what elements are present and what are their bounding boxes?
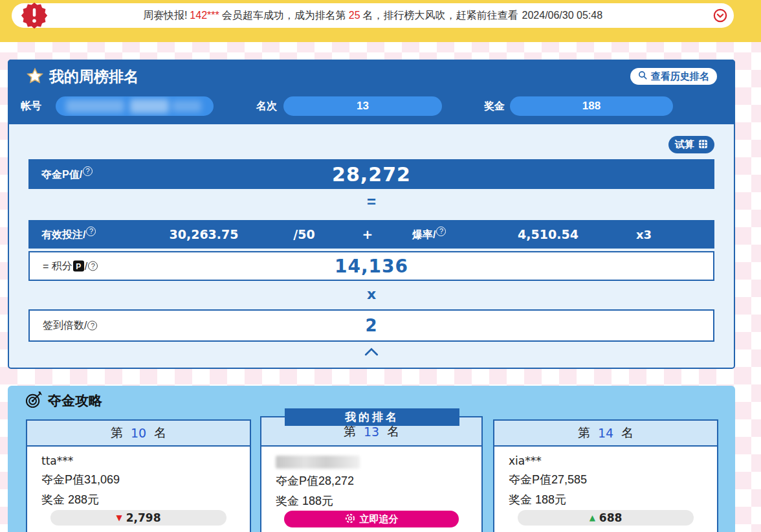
burst-label-text: 爆率/	[412, 229, 436, 240]
p-value-line-value: 31,069	[84, 473, 120, 486]
prize-line: 奖金 288元	[41, 492, 250, 507]
account-blur	[172, 100, 201, 112]
prize-line-value: 288元	[68, 493, 99, 506]
notice-suffix: 名，排行榜大风吹，赶紧前往查看	[363, 9, 518, 23]
notice-middle: 会员超车成功，成为排名第	[222, 9, 346, 23]
rank-prefix: 第	[111, 425, 123, 441]
p-value-line: 夺金P值31,069	[41, 472, 250, 487]
ranking-panel-header: 我的周榜排名 查看历史排名 帐号 名次 13 奖金 188	[8, 60, 735, 124]
trial-calc-button[interactable]: 试算	[668, 136, 714, 153]
rank-suffix: 名	[154, 425, 166, 441]
prize-line-label: 奖金	[276, 494, 299, 507]
chevron-up-icon	[364, 347, 379, 358]
card-body: tta*** 夺金P值31,069 奖金 288元	[27, 447, 250, 507]
strategy-card-rank-14: 第 14 名 xia*** 夺金P值27,585 奖金 188元 ▲ 688	[493, 419, 718, 532]
p-value-line: 夺金P值28,272	[276, 473, 481, 489]
bet-label: 有效投注/?	[41, 227, 96, 242]
points-gap-value: 688	[599, 511, 623, 524]
rank-label: 名次	[256, 100, 277, 113]
target-dart-icon	[25, 390, 43, 412]
member-name-blurred	[276, 456, 360, 469]
help-icon[interactable]: ?	[86, 227, 96, 236]
weekly-ranking-panel: 我的周榜排名 查看历史排名 帐号 名次 13 奖金 188 试算	[8, 60, 735, 369]
calculator-icon	[698, 139, 708, 151]
prize-line: 奖金 188元	[509, 492, 717, 507]
search-icon	[638, 71, 648, 82]
points-gap-pill: ▲ 688	[518, 510, 694, 526]
page-title: 我的周榜排名	[49, 67, 138, 87]
prize-line-value: 188元	[535, 493, 566, 506]
down-triangle-icon: ▼	[116, 513, 122, 522]
up-triangle-icon: ▲	[590, 513, 595, 522]
rank-value-pill: 13	[283, 96, 442, 116]
member-name: xia***	[509, 454, 717, 467]
strategy-card-my-rank-13: 第 13 名 夺金P值28,272 奖金 188元 立即追分	[260, 416, 483, 532]
p-value-line-label: 夺金P值	[509, 473, 551, 486]
p-value-line: 夺金P值27,585	[509, 472, 717, 487]
prize-line-label: 奖金	[41, 493, 65, 506]
view-history-ranking-button[interactable]: 查看历史排名	[630, 68, 717, 85]
p-value-bar: 夺金P值/? 28,272	[28, 159, 714, 189]
card-body: 夺金P值28,272 奖金 188元	[261, 447, 481, 509]
prize-value-pill: 188	[510, 96, 673, 116]
card-rank-header: 第 10 名	[27, 421, 250, 447]
p-value: 28,272	[28, 163, 714, 186]
rank-number: 13	[364, 425, 379, 439]
calc-button-label: 试算	[675, 139, 694, 151]
prize-line-label: 奖金	[509, 493, 532, 506]
prize-label: 奖金	[484, 100, 505, 113]
member-name: tta***	[41, 454, 250, 467]
bet-divisor: /50	[293, 227, 314, 241]
burst-label: 爆率/?	[412, 227, 446, 242]
notice-banner-bar: 周赛快报! 142*** 会员超车成功，成为排名第 25 名，排行榜大风吹，赶紧…	[0, 0, 761, 42]
notice-prefix: 周赛快报!	[143, 9, 187, 23]
help-icon[interactable]: ?	[436, 227, 446, 236]
notice-collapse-icon[interactable]	[713, 8, 727, 23]
notice-member-id: 142***	[190, 10, 219, 21]
notice-rank: 25	[349, 10, 360, 21]
collapse-panel-control[interactable]	[9, 347, 734, 359]
signin-multiplier-row: 签到倍数/? 2	[28, 309, 714, 342]
bet-value: 30,263.75	[170, 227, 239, 241]
my-rank-banner: 我的排名	[285, 408, 459, 426]
p-value-line-label: 夺金P值	[276, 474, 318, 487]
prize-line-value: 188元	[302, 494, 333, 507]
account-label: 帐号	[21, 100, 41, 113]
burst-multiplier: x3	[636, 228, 652, 241]
points-gap-value: 2,798	[126, 511, 161, 524]
chase-points-button[interactable]: 立即追分	[284, 511, 459, 527]
history-button-label: 查看历史排名	[651, 71, 709, 83]
points-row: = 积分 P /? 14,136	[28, 251, 714, 281]
strategy-title: 夺金攻略	[48, 392, 102, 410]
rank-number: 10	[131, 426, 146, 440]
account-blur	[66, 100, 124, 113]
p-value-line-value: 28,272	[318, 474, 354, 487]
rank-number: 14	[598, 426, 613, 440]
prize-line: 奖金 188元	[276, 493, 481, 509]
equals-operator: =	[9, 193, 734, 211]
notice-pill[interactable]: 周赛快报! 142*** 会员超车成功，成为排名第 25 名，排行榜大风吹，赶紧…	[12, 3, 734, 28]
notice-timestamp: 2024/06/30 05:48	[522, 10, 603, 21]
points-gap-pill: ▼ 2,798	[50, 510, 226, 526]
plus-operator: +	[362, 227, 373, 242]
account-blur	[130, 99, 169, 113]
alert-seal-icon	[21, 2, 48, 29]
strategy-card-rank-10: 第 10 名 tta*** 夺金P值31,069 奖金 288元 ▼ 2,798	[26, 419, 251, 532]
card-body: xia*** 夺金P值27,585 奖金 188元	[494, 447, 717, 507]
points-value: 14,136	[30, 256, 713, 277]
signin-value: 2	[30, 316, 713, 335]
account-value-pill	[56, 96, 214, 116]
times-operator: x	[9, 286, 734, 302]
rank-suffix: 名	[621, 425, 634, 441]
rank-value: 13	[357, 100, 369, 113]
prize-value: 188	[582, 100, 601, 113]
card-rank-header: 第 14 名	[494, 421, 717, 447]
bet-label-text: 有效投注/	[41, 229, 85, 240]
chip-icon	[345, 513, 355, 526]
burst-value: 4,510.54	[518, 227, 579, 241]
chase-points-label: 立即追分	[360, 513, 399, 526]
p-value-line-value: 27,585	[551, 473, 587, 486]
rank-prefix: 第	[578, 425, 590, 441]
p-value-line-label: 夺金P值	[41, 473, 84, 486]
gold-strategy-section: 夺金攻略 我的排名 第 10 名 tta*** 夺金P值31,069 奖金 28…	[8, 386, 735, 532]
